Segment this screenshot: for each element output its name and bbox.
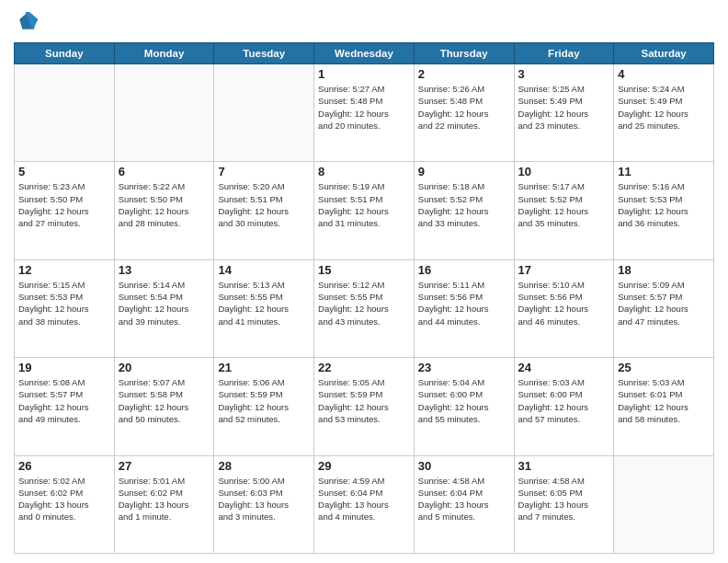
calendar-week-row: 5Sunrise: 5:23 AM Sunset: 5:50 PM Daylig… [15,162,714,259]
calendar-week-row: 1Sunrise: 5:27 AM Sunset: 5:48 PM Daylig… [15,64,714,162]
day-info: Sunrise: 5:08 AM Sunset: 5:57 PM Dayligh… [18,376,110,425]
header [14,9,714,35]
calendar-cell: 6Sunrise: 5:22 AM Sunset: 5:50 PM Daylig… [114,162,214,259]
day-number: 23 [418,361,510,374]
weekday-header-sunday: Sunday [15,43,115,64]
calendar-cell: 22Sunrise: 5:05 AM Sunset: 5:59 PM Dayli… [314,358,415,455]
calendar-cell: 5Sunrise: 5:23 AM Sunset: 5:50 PM Daylig… [15,162,115,259]
day-info: Sunrise: 5:14 AM Sunset: 5:54 PM Dayligh… [119,279,210,327]
day-number: 16 [418,263,510,277]
calendar-cell: 29Sunrise: 4:59 AM Sunset: 6:04 PM Dayli… [314,455,415,553]
calendar-cell: 12Sunrise: 5:15 AM Sunset: 5:53 PM Dayli… [15,259,115,357]
day-info: Sunrise: 5:05 AM Sunset: 5:59 PM Dayligh… [318,376,410,425]
day-info: Sunrise: 5:04 AM Sunset: 6:00 PM Dayligh… [418,376,510,425]
day-info: Sunrise: 5:18 AM Sunset: 5:52 PM Dayligh… [418,180,510,229]
day-info: Sunrise: 5:23 AM Sunset: 5:50 PM Dayligh… [18,180,110,229]
day-info: Sunrise: 5:25 AM Sunset: 5:49 PM Dayligh… [518,83,610,132]
day-number: 3 [518,67,610,81]
calendar-cell: 4Sunrise: 5:24 AM Sunset: 5:49 PM Daylig… [614,64,714,162]
calendar-week-row: 12Sunrise: 5:15 AM Sunset: 5:53 PM Dayli… [15,259,714,357]
calendar-cell: 27Sunrise: 5:01 AM Sunset: 6:02 PM Dayli… [114,455,214,553]
day-info: Sunrise: 5:15 AM Sunset: 5:53 PM Dayligh… [18,279,110,327]
day-number: 31 [518,459,610,473]
calendar-cell: 11Sunrise: 5:16 AM Sunset: 5:53 PM Dayli… [614,162,714,259]
calendar-cell: 9Sunrise: 5:18 AM Sunset: 5:52 PM Daylig… [414,162,514,259]
day-number: 2 [418,67,510,81]
calendar-cell: 28Sunrise: 5:00 AM Sunset: 6:03 PM Dayli… [214,455,314,553]
calendar-cell: 2Sunrise: 5:26 AM Sunset: 5:48 PM Daylig… [414,64,514,162]
day-info: Sunrise: 5:06 AM Sunset: 5:59 PM Dayligh… [218,376,310,425]
calendar-cell [614,455,714,553]
logo [14,9,43,35]
weekday-header-wednesday: Wednesday [314,43,415,64]
calendar-cell [15,64,115,162]
day-info: Sunrise: 5:02 AM Sunset: 6:02 PM Dayligh… [18,475,110,523]
day-info: Sunrise: 5:20 AM Sunset: 5:51 PM Dayligh… [218,180,310,229]
weekday-header-friday: Friday [514,43,614,64]
day-number: 17 [518,263,610,277]
day-number: 24 [518,361,610,374]
day-number: 22 [318,361,410,374]
day-number: 27 [119,459,210,473]
day-number: 11 [618,165,710,178]
day-info: Sunrise: 4:58 AM Sunset: 6:05 PM Dayligh… [518,475,610,523]
calendar-cell: 23Sunrise: 5:04 AM Sunset: 6:00 PM Dayli… [414,358,514,455]
weekday-header-saturday: Saturday [614,43,714,64]
day-number: 30 [418,459,510,473]
calendar-cell: 18Sunrise: 5:09 AM Sunset: 5:57 PM Dayli… [614,259,714,357]
day-number: 8 [318,165,410,178]
day-info: Sunrise: 5:13 AM Sunset: 5:55 PM Dayligh… [218,279,310,327]
day-info: Sunrise: 5:07 AM Sunset: 5:58 PM Dayligh… [119,376,210,425]
day-number: 26 [18,459,110,473]
weekday-header-tuesday: Tuesday [214,43,314,64]
day-number: 20 [119,361,210,374]
day-info: Sunrise: 5:09 AM Sunset: 5:57 PM Dayligh… [618,279,710,327]
day-number: 5 [18,165,110,178]
weekday-header-thursday: Thursday [414,43,514,64]
day-info: Sunrise: 5:22 AM Sunset: 5:50 PM Dayligh… [119,180,210,229]
day-number: 1 [318,67,410,81]
day-info: Sunrise: 5:11 AM Sunset: 5:56 PM Dayligh… [418,279,510,327]
calendar-cell: 3Sunrise: 5:25 AM Sunset: 5:49 PM Daylig… [514,64,614,162]
calendar-cell: 25Sunrise: 5:03 AM Sunset: 6:01 PM Dayli… [614,358,714,455]
day-info: Sunrise: 4:59 AM Sunset: 6:04 PM Dayligh… [318,475,410,523]
day-info: Sunrise: 5:10 AM Sunset: 5:56 PM Dayligh… [518,279,610,327]
calendar-cell: 30Sunrise: 4:58 AM Sunset: 6:04 PM Dayli… [414,455,514,553]
calendar-cell: 24Sunrise: 5:03 AM Sunset: 6:00 PM Dayli… [514,358,614,455]
day-number: 14 [218,263,310,277]
day-info: Sunrise: 5:01 AM Sunset: 6:02 PM Dayligh… [119,475,210,523]
day-info: Sunrise: 5:16 AM Sunset: 5:53 PM Dayligh… [618,180,710,229]
logo-icon [14,9,40,35]
day-number: 28 [218,459,310,473]
day-info: Sunrise: 4:58 AM Sunset: 6:04 PM Dayligh… [418,475,510,523]
day-number: 25 [618,361,710,374]
calendar-cell [214,64,314,162]
calendar-cell: 8Sunrise: 5:19 AM Sunset: 5:51 PM Daylig… [314,162,415,259]
day-info: Sunrise: 5:12 AM Sunset: 5:55 PM Dayligh… [318,279,410,327]
day-number: 10 [518,165,610,178]
calendar-table: SundayMondayTuesdayWednesdayThursdayFrid… [14,42,714,554]
day-number: 18 [618,263,710,277]
weekday-row: SundayMondayTuesdayWednesdayThursdayFrid… [15,43,714,64]
day-number: 7 [218,165,310,178]
calendar-cell: 17Sunrise: 5:10 AM Sunset: 5:56 PM Dayli… [514,259,614,357]
calendar-cell: 13Sunrise: 5:14 AM Sunset: 5:54 PM Dayli… [114,259,214,357]
day-info: Sunrise: 5:27 AM Sunset: 5:48 PM Dayligh… [318,83,410,132]
calendar-cell: 21Sunrise: 5:06 AM Sunset: 5:59 PM Dayli… [214,358,314,455]
day-number: 29 [318,459,410,473]
calendar-body: 1Sunrise: 5:27 AM Sunset: 5:48 PM Daylig… [15,64,714,554]
day-info: Sunrise: 5:26 AM Sunset: 5:48 PM Dayligh… [418,83,510,132]
day-info: Sunrise: 5:00 AM Sunset: 6:03 PM Dayligh… [218,475,310,523]
day-number: 21 [218,361,310,374]
calendar-week-row: 26Sunrise: 5:02 AM Sunset: 6:02 PM Dayli… [15,455,714,553]
day-number: 13 [119,263,210,277]
calendar-week-row: 19Sunrise: 5:08 AM Sunset: 5:57 PM Dayli… [15,358,714,455]
calendar-cell: 15Sunrise: 5:12 AM Sunset: 5:55 PM Dayli… [314,259,415,357]
calendar-cell: 20Sunrise: 5:07 AM Sunset: 5:58 PM Dayli… [114,358,214,455]
calendar-cell: 19Sunrise: 5:08 AM Sunset: 5:57 PM Dayli… [15,358,115,455]
day-number: 12 [18,263,110,277]
calendar-cell: 16Sunrise: 5:11 AM Sunset: 5:56 PM Dayli… [414,259,514,357]
day-info: Sunrise: 5:19 AM Sunset: 5:51 PM Dayligh… [318,180,410,229]
calendar-header: SundayMondayTuesdayWednesdayThursdayFrid… [15,43,714,64]
calendar-cell: 31Sunrise: 4:58 AM Sunset: 6:05 PM Dayli… [514,455,614,553]
